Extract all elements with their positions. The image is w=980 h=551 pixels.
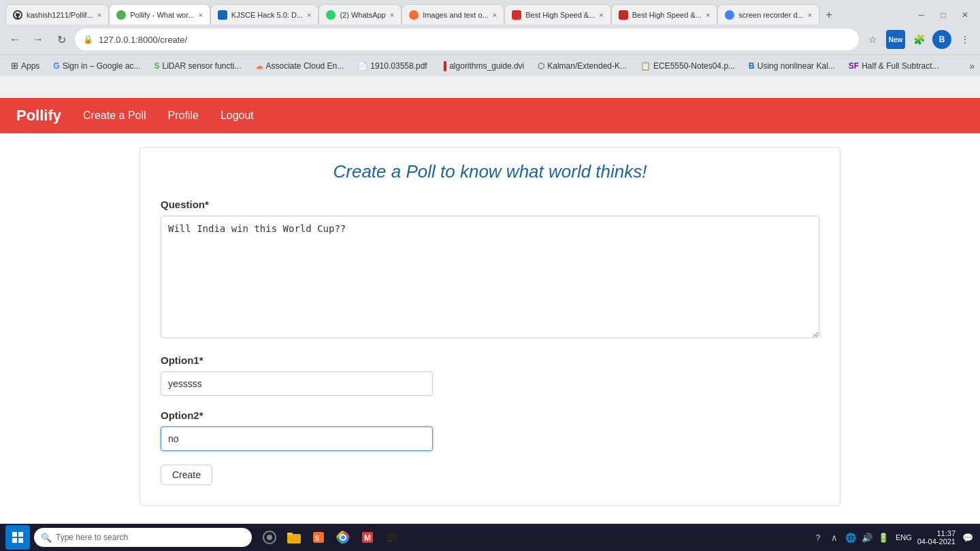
taskbar-search-bar[interactable]: 🔍 Type here to search <box>34 528 252 547</box>
svg-point-12 <box>341 535 345 539</box>
tab-close-screenrec[interactable]: × <box>808 11 812 19</box>
taskbar-clock[interactable]: 11:37 04-04-2021 <box>917 529 956 546</box>
tab-title-pollify: Pollify - What wor... <box>130 11 194 19</box>
bookmark-nonlinear-label: Using nonlinear Kal... <box>757 61 835 71</box>
bookmark-half-full[interactable]: SF Half & Full Subtract... <box>843 60 945 72</box>
close-button[interactable]: ✕ <box>956 5 975 24</box>
tab-close-best1[interactable]: × <box>599 11 603 19</box>
tray-question-icon[interactable]: ? <box>811 531 825 544</box>
bookmark-algo-label: algorithms_guide.dvi <box>449 61 524 71</box>
tab-images[interactable]: Images and text o... × <box>402 4 504 24</box>
bookmark-apps-label: Apps <box>21 61 39 71</box>
tab-favicon-pollify <box>116 10 126 20</box>
new-tab-button[interactable]: + <box>819 5 838 24</box>
taskbar-cortana-icon[interactable] <box>259 527 280 548</box>
nav-logout[interactable]: Logout <box>220 110 254 122</box>
taskbar-search-text: Type here to search <box>56 533 128 542</box>
svg-rect-6 <box>287 534 301 544</box>
tray-network-icon[interactable]: 🌐 <box>844 531 858 544</box>
tab-title-github: kashish1211/Pollif... <box>27 11 93 19</box>
address-bar: ← → ↻ 🔒 127.0.0.1:8000/create/ ☆ New 🧩 B… <box>0 24 980 54</box>
menu-icon[interactable]: ⋮ <box>956 30 975 49</box>
bookmark-cloud[interactable]: ☁ Associate Cloud En... <box>250 60 350 72</box>
option1-group: Option1* <box>161 354 819 396</box>
taskbar-chrome-icon[interactable] <box>332 527 354 548</box>
bookmark-google-signin[interactable]: G Sign in – Google ac... <box>48 60 146 72</box>
taskbar: 🔍 Type here to search S <box>0 524 980 551</box>
bookmark-star-icon[interactable]: ☆ <box>863 30 882 49</box>
taskbar-file-explorer-icon[interactable] <box>283 527 305 548</box>
bookmark-apps[interactable]: ⊞ Apps <box>5 59 45 72</box>
tab-close-kjsce[interactable]: × <box>307 11 311 19</box>
clock-time: 11:37 <box>917 529 956 537</box>
tab-close-images[interactable]: × <box>493 11 497 19</box>
tab-screenrec[interactable]: screen recorder d... × <box>717 4 819 24</box>
option1-input[interactable] <box>161 371 433 396</box>
reload-button[interactable]: ↻ <box>52 30 71 49</box>
minimize-button[interactable]: ─ <box>912 5 931 24</box>
nav-brand[interactable]: Pollify <box>16 107 61 124</box>
bookmark-nonlinear[interactable]: B Using nonlinear Kal... <box>743 60 840 72</box>
tab-favicon-github <box>13 10 22 20</box>
nav-profile[interactable]: Profile <box>168 110 199 122</box>
back-button[interactable]: ← <box>5 30 24 49</box>
tab-best2[interactable]: Best High Speed &... × <box>611 4 718 24</box>
bookmark-lidar[interactable]: S LiDAR sensor functi... <box>148 60 246 72</box>
svg-rect-2 <box>12 538 17 543</box>
forward-button[interactable]: → <box>29 30 48 49</box>
ece-icon: 📋 <box>640 61 651 71</box>
taskbar-multicraft-icon[interactable]: M <box>357 527 378 548</box>
tab-favicon-screenrec <box>725 10 734 20</box>
tab-whatsapp[interactable]: (2) WhatsApp × <box>318 4 402 24</box>
tab-close-github[interactable]: × <box>97 11 101 19</box>
tab-title-whatsapp: (2) WhatsApp <box>340 11 385 19</box>
tab-title-best1: Best High Speed &... <box>525 11 595 19</box>
bookmark-pdf[interactable]: 📄 1910.03558.pdf <box>352 60 432 72</box>
taskbar-terminal-icon[interactable]: _ <box>381 527 403 548</box>
system-tray-icons: ? ∧ 🌐 🔊 🔋 <box>811 531 890 544</box>
tab-title-best2: Best High Speed &... <box>632 11 702 19</box>
tab-title-screenrec: screen recorder d... <box>738 11 803 19</box>
url-bar[interactable]: 🔒 127.0.0.1:8000/create/ <box>75 29 859 50</box>
tab-close-pollify[interactable]: × <box>198 11 202 19</box>
tab-kjsce[interactable]: KJSCE Hack 5.0: D... × <box>210 4 319 24</box>
start-button[interactable] <box>5 525 30 550</box>
bookmark-kalman-label: Kalman/Extended-K... <box>547 61 627 71</box>
tray-chevron-icon[interactable]: ∧ <box>828 531 841 544</box>
bookmark-algorithms[interactable]: ▐ algorithms_guide.dvi <box>436 60 530 72</box>
svg-rect-0 <box>12 532 17 537</box>
option1-label: Option1* <box>161 354 819 366</box>
bookmark-lidar-label: LiDAR sensor functi... <box>162 61 241 71</box>
bookmarks-bar: ⊞ Apps G Sign in – Google ac... S LiDAR … <box>0 54 980 76</box>
bookmark-kalman[interactable]: ⬡ Kalman/Extended-K... <box>532 60 632 72</box>
tray-speaker-icon[interactable]: 🔊 <box>860 531 874 544</box>
tab-close-best2[interactable]: × <box>706 11 710 19</box>
tab-github[interactable]: kashish1211/Pollif... × <box>5 4 109 24</box>
maximize-button[interactable]: □ <box>934 5 953 24</box>
tab-best1[interactable]: Best High Speed &... × <box>504 4 611 24</box>
extension-new-icon[interactable]: New <box>886 30 905 49</box>
extensions-icon[interactable]: 🧩 <box>909 30 928 49</box>
tab-favicon-best1 <box>512 10 521 20</box>
option2-label: Option2* <box>161 410 819 421</box>
tab-close-whatsapp[interactable]: × <box>390 11 394 19</box>
profile-icon[interactable]: B <box>932 30 951 49</box>
nav-create-poll[interactable]: Create a Poll <box>83 110 146 122</box>
taskbar-subl-icon[interactable]: S <box>308 527 329 548</box>
option2-input[interactable] <box>161 427 433 451</box>
pdf-icon: 📄 <box>357 61 368 71</box>
poll-form-container: Create a Poll to know what world thinks!… <box>140 147 840 506</box>
notifications-icon[interactable]: 💬 <box>961 531 975 544</box>
bookmarks-more-icon[interactable]: » <box>969 61 975 71</box>
tab-favicon-best2 <box>619 10 628 20</box>
bookmark-ece[interactable]: 📋 ECE5550-Notes04.p... <box>635 60 740 72</box>
search-icon: 🔍 <box>41 533 52 543</box>
tab-pollify[interactable]: Pollify - What wor... × <box>109 4 210 24</box>
create-poll-button[interactable]: Create <box>161 465 212 485</box>
svg-text:S: S <box>314 534 319 542</box>
tray-battery-icon[interactable]: 🔋 <box>877 531 890 544</box>
bookmark-cloud-label: Associate Cloud En... <box>266 61 344 71</box>
question-textarea[interactable]: Will India win this World Cup?? <box>161 216 819 338</box>
app-navbar: Pollify Create a Poll Profile Logout <box>0 98 980 133</box>
lock-icon: 🔒 <box>83 35 93 44</box>
